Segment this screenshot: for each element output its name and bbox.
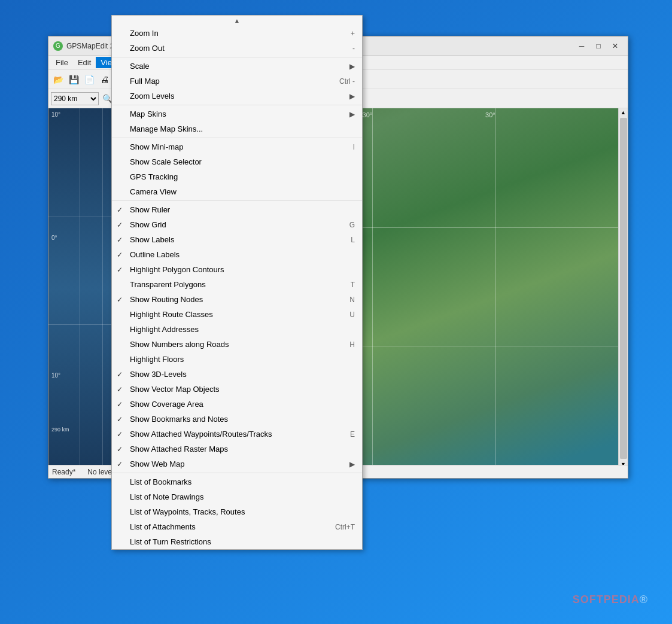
close-button[interactable]: ✕	[607, 39, 623, 53]
item-shortcut: N	[349, 296, 355, 304]
scale-selector[interactable]: 290 km	[51, 92, 99, 105]
dropdown-item[interactable]: Camera View	[112, 184, 362, 199]
scroll-thumb-v[interactable]	[620, 118, 627, 459]
scale-label: 290 km	[51, 427, 69, 433]
check-mark: ✓	[117, 206, 130, 214]
desktop: G GPSMapEdit 2... ─ □ ✕ File Edit View 📂…	[0, 0, 672, 624]
item-shortcut: I	[353, 143, 355, 151]
item-label: Scale	[130, 62, 349, 71]
check-mark: ✓	[117, 296, 130, 304]
coord-label-ml: 0°	[51, 235, 57, 241]
item-shortcut: Ctrl -	[339, 77, 355, 86]
dropdown-item[interactable]: Highlight Addresses	[112, 322, 362, 337]
item-label: Show Attached Raster Maps	[130, 445, 355, 453]
item-label: List of Attachments	[130, 522, 323, 531]
dropdown-item[interactable]: ✓Show Vector Map Objects	[112, 382, 362, 397]
toolbar-new[interactable]: 📄	[82, 72, 96, 87]
item-label: Show Coverage Area	[130, 400, 355, 409]
dropdown-item[interactable]: ✓Highlight Polygon Contours	[112, 262, 362, 277]
item-label: Highlight Addresses	[130, 325, 355, 334]
dropdown-item[interactable]: List of AttachmentsCtrl+T	[112, 519, 362, 534]
window-controls: ─ □ ✕	[574, 39, 623, 53]
dropdown-item[interactable]: ✓Show GridG	[112, 217, 362, 232]
dropdown-item[interactable]: List of Bookmarks	[112, 473, 362, 489]
menu-file[interactable]: File	[51, 57, 73, 68]
item-label: Outline Labels	[130, 250, 355, 259]
dropdown-item[interactable]: List of Waypoints, Tracks, Routes	[112, 504, 362, 519]
check-mark: ✓	[117, 370, 130, 379]
check-mark: ✓	[117, 221, 130, 229]
dropdown-item[interactable]: List of Turn Restrictions	[112, 534, 362, 549]
dropdown-item[interactable]: List of Note Drawings	[112, 489, 362, 504]
check-mark: ✓	[117, 445, 130, 453]
item-shortcut: Ctrl+T	[335, 523, 355, 531]
check-mark: ✓	[117, 400, 130, 409]
dropdown-item[interactable]: GPS Tracking	[112, 169, 362, 184]
item-label: Show Routing Nodes	[130, 295, 337, 304]
dropdown-item[interactable]: Show Scale Selector	[112, 154, 362, 169]
item-label: Camera View	[130, 187, 355, 196]
toolbar-print[interactable]: 🖨	[98, 72, 112, 87]
dropdown-item[interactable]: ✓Outline Labels	[112, 247, 362, 262]
item-label: Show Ruler	[130, 205, 355, 214]
dropdown-item[interactable]: Manage Map Skins...	[112, 121, 362, 136]
scroll-up-arrow[interactable]: ▲	[619, 108, 627, 117]
dropdown-item[interactable]: ✓Show Coverage Area	[112, 397, 362, 412]
item-label: Show Scale Selector	[130, 157, 355, 166]
coord-label-tl: 10°	[51, 111, 60, 118]
maximize-button[interactable]: □	[591, 39, 606, 53]
coord-label-bl: 10°	[51, 372, 60, 379]
dropdown-item[interactable]: Zoom Levels▶	[112, 89, 362, 104]
item-shortcut: E	[350, 430, 355, 439]
softpedia-watermark: SOFTPEDIA®	[573, 593, 648, 606]
minimize-button[interactable]: ─	[574, 39, 589, 53]
dropdown-item[interactable]: Zoom In+	[112, 26, 362, 41]
check-mark: ✓	[117, 236, 130, 244]
dropdown-item[interactable]: ✓Show Attached Waypoints/Routes/TracksE	[112, 427, 362, 442]
item-label: Show Mini-map	[130, 142, 341, 151]
dropdown-scroll-up[interactable]: ▲	[112, 16, 362, 26]
view-dropdown-menu: ▲ Zoom In+Zoom Out-Scale▶Full MapCtrl -Z…	[111, 15, 363, 550]
dropdown-item[interactable]: ✓Show LabelsL	[112, 232, 362, 247]
item-label: Highlight Floors	[130, 355, 355, 364]
dropdown-item[interactable]: ✓Show Attached Raster Maps	[112, 442, 362, 456]
dropdown-item[interactable]: Show Numbers along RoadsH	[112, 337, 362, 352]
item-label: Show Vector Map Objects	[130, 385, 355, 394]
item-shortcut: T	[351, 281, 355, 289]
dropdown-item[interactable]: Highlight Floors	[112, 352, 362, 367]
toolbar-open[interactable]: 📂	[51, 72, 65, 87]
item-shortcut: U	[349, 311, 355, 319]
dropdown-item[interactable]: Zoom Out-	[112, 41, 362, 56]
scrollbar-right[interactable]: ▲ ▼	[618, 108, 628, 468]
toolbar-save[interactable]: 💾	[66, 72, 81, 87]
dropdown-item[interactable]: ✓Show Routing NodesN	[112, 292, 362, 307]
item-label: List of Note Drawings	[130, 492, 355, 501]
dropdown-item[interactable]: ✓Show 3D-Levels	[112, 367, 362, 382]
dropdown-item[interactable]: Full MapCtrl -	[112, 74, 362, 89]
dropdown-item[interactable]: ✓Show Bookmarks and Notes	[112, 412, 362, 427]
item-shortcut: H	[349, 340, 355, 349]
menu-edit[interactable]: Edit	[73, 57, 96, 68]
item-label: Map Skins	[130, 109, 349, 118]
check-mark: ✓	[117, 415, 130, 424]
map-coord-top-2: 30°	[363, 111, 373, 118]
item-shortcut: L	[351, 236, 355, 244]
dropdown-item[interactable]: Show Mini-mapI	[112, 138, 362, 154]
dropdown-item[interactable]: Highlight Route ClassesU	[112, 307, 362, 322]
item-label: Show 3D-Levels	[130, 370, 355, 379]
check-mark: ✓	[117, 385, 130, 394]
dropdown-item[interactable]: Transparent PolygonsT	[112, 277, 362, 292]
item-label: GPS Tracking	[130, 172, 355, 181]
item-label: Highlight Route Classes	[130, 310, 337, 319]
dropdown-item[interactable]: Scale▶	[112, 57, 362, 74]
item-label: Show Bookmarks and Notes	[130, 415, 355, 424]
check-mark: ✓	[117, 266, 130, 274]
item-label: List of Bookmarks	[130, 477, 355, 486]
check-mark: ✓	[117, 430, 130, 439]
dropdown-item[interactable]: ✓Show Ruler	[112, 200, 362, 217]
dropdown-item[interactable]: Map Skins▶	[112, 105, 362, 121]
item-shortcut: G	[349, 221, 355, 229]
item-label: Show Web Map	[130, 459, 349, 468]
dropdown-item[interactable]: ✓Show Web Map▶	[112, 456, 362, 471]
item-label: Show Labels	[130, 235, 339, 244]
